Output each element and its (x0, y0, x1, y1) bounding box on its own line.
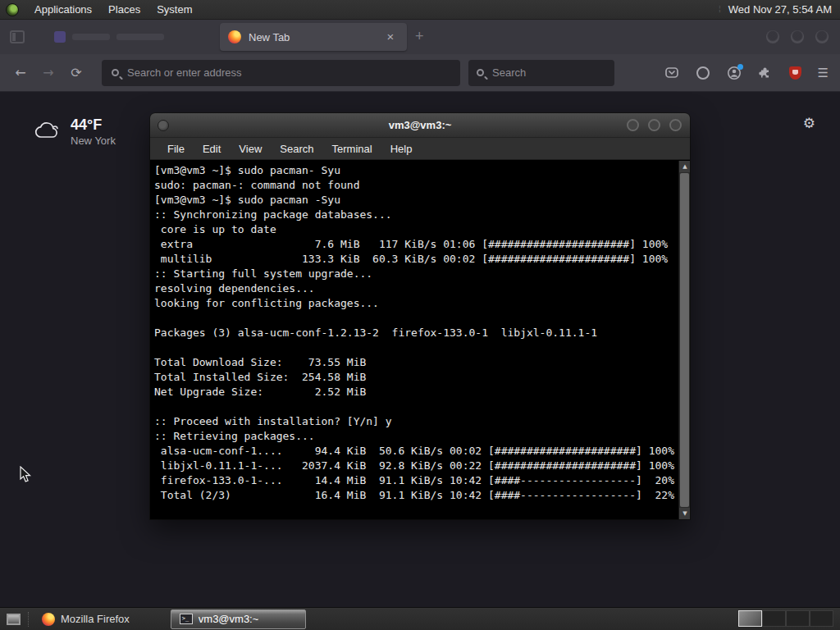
task-label: vm3@vm3:~ (199, 613, 259, 625)
background-tab[interactable] (46, 23, 198, 51)
scroll-up-icon[interactable]: ▲ (679, 161, 690, 172)
terminal-output: [vm3@vm3 ~]$ sudo pacman- Syu sudo: pacm… (150, 161, 690, 505)
back-button[interactable]: ← (7, 65, 34, 80)
background-tab-favicon (54, 31, 66, 43)
task-label: Mozilla Firefox (61, 613, 130, 625)
terminal-title: vm3@vm3:~ (389, 119, 452, 131)
scroll-down-icon[interactable]: ▼ (679, 508, 690, 519)
terminal-screen: [vm3@vm3 ~]$ sudo pacman- Syu sudo: pacm… (150, 161, 690, 519)
firefox-view-icon[interactable] (10, 30, 25, 43)
firefox-icon (42, 613, 55, 626)
search-input[interactable] (492, 66, 606, 79)
terminal-menu-file[interactable]: File (158, 143, 194, 155)
terminal-menu-terminal[interactable]: Terminal (323, 143, 381, 155)
taskbar-item-firefox[interactable]: Mozilla Firefox (34, 609, 138, 629)
taskbar-item-terminal[interactable]: >_ vm3@vm3:~ (171, 609, 306, 629)
browser-close-button[interactable] (815, 30, 829, 43)
sync-circle-icon[interactable] (696, 66, 710, 80)
url-bar[interactable] (102, 60, 460, 86)
cloud-icon (33, 120, 62, 141)
newtab-settings-gear-icon[interactable]: ⚙ (803, 115, 815, 131)
tab-title: New Tab (249, 31, 290, 43)
workspace-3[interactable] (786, 610, 810, 627)
weather-location: New York (71, 135, 116, 147)
browser-maximize-button[interactable] (791, 30, 804, 43)
applet-grip: ⁞ (719, 5, 722, 14)
workspace-1[interactable] (738, 610, 762, 627)
menu-applications[interactable]: Applications (26, 0, 100, 20)
workspace-4[interactable] (810, 610, 833, 627)
terminal-icon: >_ (180, 614, 193, 624)
hamburger-menu-icon[interactable]: ☰ (818, 66, 829, 80)
tab-new-tab[interactable]: New Tab × (220, 23, 407, 51)
terminal-menu-help[interactable]: Help (381, 143, 422, 155)
search-icon (112, 69, 119, 76)
terminal-menubar: File Edit View Search Terminal Help (150, 138, 690, 160)
firefox-favicon (228, 30, 241, 43)
terminal-window-icon (158, 120, 169, 131)
ublock-origin-icon[interactable] (789, 66, 801, 80)
extensions-puzzle-icon[interactable] (758, 66, 773, 80)
scrollbar-thumb[interactable] (680, 173, 689, 507)
show-desktop-icon (7, 614, 21, 625)
clock-applet[interactable]: Wed Nov 27, 5:54 AM (728, 3, 840, 16)
notification-dot (737, 64, 743, 70)
terminal-maximize-button[interactable] (648, 119, 660, 131)
forward-button[interactable]: → (34, 65, 62, 80)
browser-minimize-button[interactable] (766, 30, 779, 43)
terminal-menu-view[interactable]: View (230, 143, 271, 155)
menu-places[interactable]: Places (100, 0, 148, 20)
pocket-icon[interactable] (664, 66, 679, 80)
weather-temperature: 44°F (71, 116, 116, 133)
terminal-scrollbar[interactable]: ▲ ▼ (678, 161, 690, 519)
workspace-2[interactable] (762, 610, 786, 627)
mouse-cursor (20, 466, 32, 483)
workspace-switcher (738, 610, 833, 627)
firefox-nav-toolbar: ← → ⟳ (0, 54, 840, 92)
account-icon[interactable] (727, 66, 742, 80)
show-desktop-button[interactable] (3, 610, 23, 628)
terminal-menu-edit[interactable]: Edit (194, 143, 230, 155)
distro-menu-icon[interactable] (6, 3, 19, 16)
terminal-menu-search[interactable]: Search (271, 143, 322, 155)
taskbar-separator (28, 612, 29, 627)
menu-system[interactable]: System (148, 0, 200, 20)
desktop: Applications Places System ⁞ Wed Nov 27,… (0, 0, 840, 630)
top-panel: Applications Places System ⁞ Wed Nov 27,… (0, 0, 840, 20)
search-icon (477, 69, 484, 76)
url-input[interactable] (127, 66, 450, 79)
terminal-minimize-button[interactable] (627, 119, 639, 131)
search-bar[interactable] (468, 60, 614, 86)
bottom-taskbar: Mozilla Firefox >_ vm3@vm3:~ (0, 607, 840, 630)
weather-widget[interactable]: 44°F New York (33, 116, 116, 147)
firefox-tab-bar: New Tab × + (0, 20, 840, 54)
tab-close-icon[interactable]: × (382, 29, 399, 45)
terminal-window: vm3@vm3:~ File Edit View Search Terminal… (150, 113, 690, 519)
terminal-close-button[interactable] (669, 119, 682, 131)
terminal-titlebar[interactable]: vm3@vm3:~ (150, 113, 690, 138)
background-tab-title-faded (72, 34, 110, 40)
reload-button[interactable]: ⟳ (62, 65, 90, 80)
open-new-tab-button[interactable]: + (415, 28, 424, 44)
